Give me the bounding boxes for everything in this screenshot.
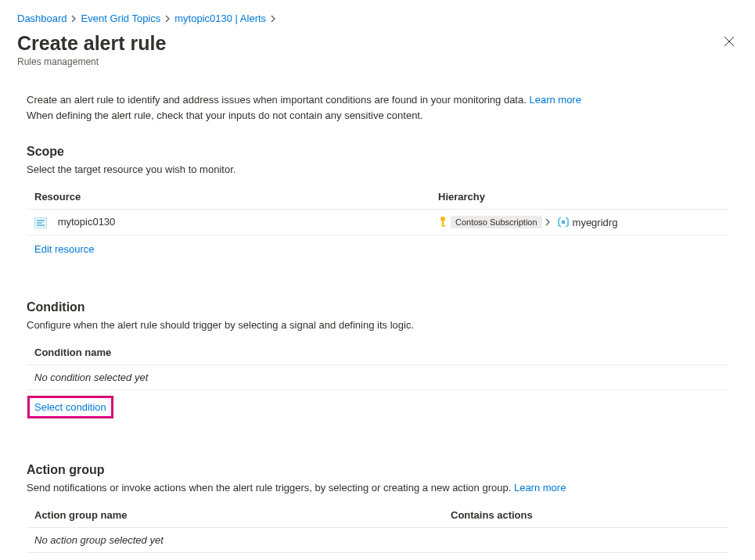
svg-rect-6	[442, 225, 445, 227]
intro-text: Create an alert rule to identify and add…	[27, 92, 728, 123]
action-group-heading: Action group	[27, 463, 728, 477]
subscription-badge[interactable]: Contoso Subscription	[451, 216, 542, 228]
intro-line2: When defining the alert rule, check that…	[27, 109, 423, 121]
action-learn-more-link[interactable]: Learn more	[514, 482, 566, 494]
select-condition-link[interactable]: Select condition	[34, 401, 106, 413]
scope-description: Select the target resource you wish to m…	[27, 163, 728, 175]
condition-col-name: Condition name	[34, 346, 111, 358]
action-table-header: Action group name Contains actions	[27, 504, 728, 528]
breadcrumb: Dashboard Event Grid Topics mytopic0130 …	[17, 13, 738, 24]
resource-group-name: myegridrg	[573, 217, 618, 228]
page-subtitle: Rules management	[17, 56, 166, 67]
condition-placeholder: No condition selected yet	[34, 372, 148, 383]
svg-rect-7	[562, 221, 565, 224]
scope-heading: Scope	[27, 145, 728, 159]
action-col-contains: Contains actions	[451, 509, 721, 521]
condition-table-row: No condition selected yet	[27, 365, 728, 390]
edit-resource-link[interactable]: Edit resource	[27, 235, 102, 255]
condition-description: Configure when the alert rule should tri…	[27, 319, 728, 331]
chevron-right-icon	[164, 15, 171, 23]
breadcrumb-event-grid-topics[interactable]: Event Grid Topics	[81, 13, 161, 24]
chevron-right-icon	[545, 217, 551, 228]
page-scroll-area[interactable]: Dashboard Event Grid Topics mytopic0130 …	[0, 0, 755, 560]
scope-col-resource: Resource	[34, 191, 438, 203]
scope-resource-name: mytopic0130	[58, 216, 116, 228]
action-col-name: Action group name	[34, 509, 451, 521]
page-title: Create alert rule	[17, 32, 166, 55]
event-grid-topic-icon	[34, 217, 47, 228]
chevron-right-icon	[269, 15, 277, 23]
key-icon	[438, 216, 448, 228]
action-group-description: Send notifications or invoke actions whe…	[27, 482, 728, 494]
close-icon	[724, 36, 735, 47]
chevron-right-icon	[70, 15, 78, 23]
scope-table-row: mytopic0130 Contoso Subscription	[27, 210, 728, 235]
condition-heading: Condition	[27, 300, 728, 314]
action-desc-text: Send notifications or invoke actions whe…	[27, 482, 511, 494]
select-action-group-link[interactable]: Select action group	[27, 553, 129, 560]
breadcrumb-topic-alerts[interactable]: mytopic0130 | Alerts	[174, 13, 266, 24]
condition-table-header: Condition name	[27, 342, 728, 365]
select-condition-button[interactable]: Select condition	[28, 397, 113, 418]
intro-line1: Create an alert rule to identify and add…	[27, 94, 527, 106]
action-placeholder: No action group selected yet	[34, 534, 164, 546]
intro-learn-more-link[interactable]: Learn more	[529, 94, 581, 106]
action-table-row: No action group selected yet	[27, 528, 728, 553]
close-button[interactable]	[721, 32, 738, 52]
scope-col-hierarchy: Hierarchy	[438, 191, 721, 203]
breadcrumb-dashboard[interactable]: Dashboard	[17, 13, 67, 24]
resource-group-icon	[557, 217, 570, 228]
scope-table-header: Resource Hierarchy	[27, 186, 728, 210]
